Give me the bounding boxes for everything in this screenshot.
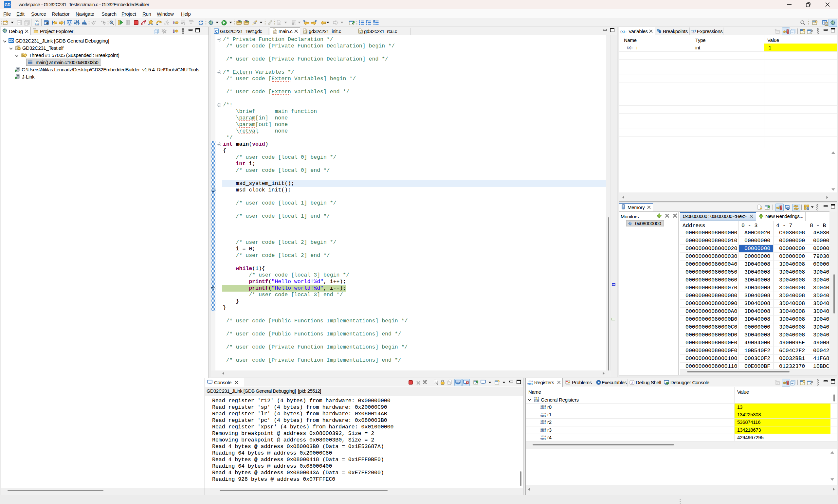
svg-text:C: C [825, 22, 827, 25]
svg-text:GD: GD [4, 3, 11, 7]
svg-text:(x)=: (x)= [627, 46, 634, 50]
svg-text:0101: 0101 [540, 437, 546, 440]
svg-text:0101: 0101 [540, 414, 546, 417]
svg-text:0101: 0101 [534, 400, 539, 402]
svg-text:0101: 0101 [540, 430, 546, 432]
svg-text:i: i [173, 20, 175, 25]
svg-text:0101: 0101 [527, 382, 533, 385]
svg-text:.c: .c [359, 31, 361, 34]
svg-text:0101: 0101 [540, 407, 546, 410]
svg-text:010: 010 [35, 22, 39, 25]
svg-text:.c: .c [304, 31, 306, 34]
svg-text:C: C [215, 30, 218, 33]
svg-text:0101: 0101 [540, 422, 546, 425]
svg-text:x: x [693, 32, 694, 33]
svg-text:(x)=: (x)= [620, 30, 627, 33]
svg-text:GD: GD [9, 39, 14, 42]
svg-text:i: i [173, 29, 175, 34]
svg-text:J: J [631, 381, 633, 384]
svg-text:.c: .c [274, 31, 275, 34]
